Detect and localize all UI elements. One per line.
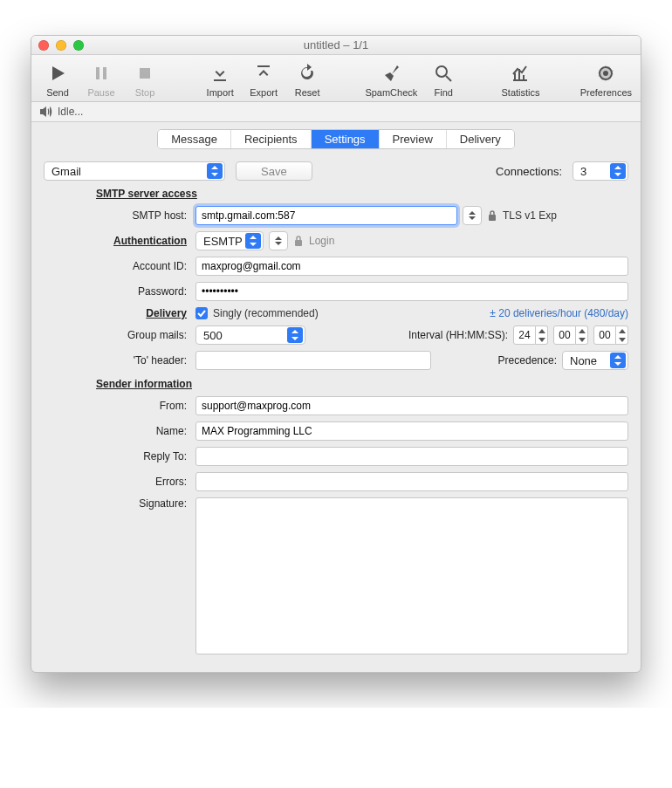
lock-icon [293,235,304,247]
tls-label: TLS v1 Exp [503,209,557,222]
section-sender: Sender information [44,378,628,390]
precedence-select[interactable]: None [562,351,628,370]
svg-rect-2 [140,68,150,79]
preferences-button[interactable]: Preferences [580,62,632,98]
chevron-updown-icon [610,353,626,368]
save-button[interactable]: Save [236,161,312,181]
interval-label: Interval (HH:MM:SS): [408,329,508,341]
name-input[interactable] [195,421,628,441]
account-id-label: Account ID: [44,260,190,272]
spamcheck-button[interactable]: SpamCheck [365,62,417,98]
errors-label: Errors: [44,476,190,488]
section-smtp: SMTP server access [44,188,628,200]
group-mails-select[interactable]: 500 [195,325,305,345]
export-icon [252,62,275,85]
status-text: Idle... [58,106,83,118]
chart-icon [509,62,531,85]
app-window: untitled – 1/1 Send Pause Stop [31,35,641,673]
connections-select[interactable]: 3 [573,161,628,181]
group-mails-label: Group mails: [44,329,190,341]
pause-icon [90,62,113,85]
signature-label: Signature: [44,497,190,510]
refresh-icon [296,62,319,85]
tab-message[interactable]: Message [158,130,231,148]
stop-icon [134,62,156,85]
rate-hint: ± 20 deliveries/hour (480/day) [490,307,628,319]
auth-stepper[interactable] [269,231,288,250]
to-header-label: 'To' header: [44,354,190,367]
singly-checkbox[interactable] [195,307,208,319]
singly-label: Singly (recommended) [213,307,319,319]
name-label: Name: [44,425,190,437]
svg-line-4 [446,76,451,81]
to-header-input[interactable] [195,351,431,370]
search-icon [432,62,455,85]
section-auth: Authentication [44,235,190,247]
auth-mode-select[interactable]: ESMTP [195,231,264,250]
reply-to-label: Reply To: [44,450,190,463]
from-label: From: [44,400,190,412]
gear-icon [594,62,617,85]
password-input[interactable] [195,282,628,301]
svg-rect-0 [96,67,99,79]
play-icon [46,62,69,85]
svg-rect-1 [103,67,106,79]
import-button[interactable]: Import [202,62,237,98]
from-input[interactable] [195,396,628,415]
precedence-label: Precedence: [498,354,557,367]
close-icon[interactable] [38,40,49,51]
find-button[interactable]: Find [426,62,461,98]
zoom-icon[interactable] [73,40,84,51]
settings-panel: Gmail Save Connections: 3 SMTP server ac… [31,156,641,672]
lock-icon [487,209,497,222]
chevron-updown-icon [287,327,303,343]
chevron-updown-icon [610,163,626,179]
password-label: Password: [44,285,190,298]
connections-label: Connections: [496,165,562,178]
broom-icon [380,62,402,85]
export-button[interactable]: Export [246,62,281,98]
smtp-host-label: SMTP host: [44,209,190,222]
tab-settings[interactable]: Settings [312,130,380,148]
interval-ss[interactable]: 00 [593,325,628,345]
statistics-button[interactable]: Statistics [501,62,539,98]
titlebar: untitled – 1/1 [31,36,641,55]
tab-delivery[interactable]: Delivery [447,130,514,148]
window-title: untitled – 1/1 [31,38,641,51]
tab-recipients[interactable]: Recipients [231,130,312,148]
svg-rect-8 [295,240,302,246]
reset-button[interactable]: Reset [290,62,325,98]
svg-point-3 [436,66,447,77]
interval-hh[interactable]: 24 [513,325,548,345]
smtp-host-stepper[interactable] [463,206,482,225]
signature-textarea[interactable] [195,497,628,654]
chevron-updown-icon [207,163,223,179]
send-button[interactable]: Send [40,62,75,98]
tabs: Message Recipients Settings Preview Deli… [31,122,641,156]
pause-button[interactable]: Pause [84,62,119,98]
interval-mm[interactable]: 00 [553,325,588,345]
account-id-input[interactable] [195,257,628,276]
minimize-icon[interactable] [56,40,66,51]
tab-preview[interactable]: Preview [380,130,447,148]
toolbar: Send Pause Stop Import [31,55,641,102]
stop-button[interactable]: Stop [127,62,162,98]
preset-select[interactable]: Gmail [44,161,225,181]
chevron-updown-icon [245,233,261,249]
smtp-host-input[interactable] [195,206,457,225]
login-label: Login [309,235,334,247]
section-delivery: Delivery [44,307,190,319]
import-icon [209,62,231,85]
reply-to-input[interactable] [195,447,628,466]
status-bar: Idle... [31,102,641,122]
errors-input[interactable] [195,472,628,491]
speaker-icon [38,106,52,118]
svg-rect-7 [489,215,496,221]
